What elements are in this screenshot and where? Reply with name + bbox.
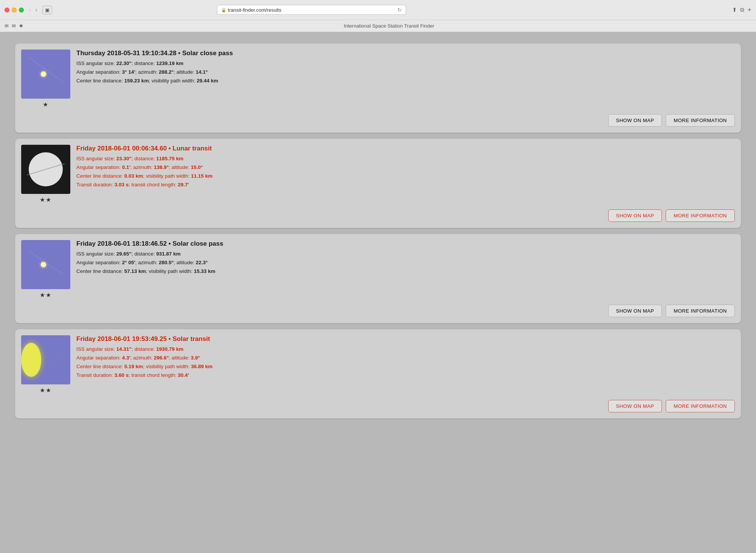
card-info-1: Thursday 2018-05-31 19:10:34.28 • Solar … (76, 50, 735, 85)
new-tab-button[interactable]: + (747, 6, 751, 14)
card-detail-2: ISS angular size: 23.30"; distance: 1185… (76, 155, 735, 189)
browser-tab-bar: ✉ ✉ ❖ International Space Station Transi… (0, 20, 756, 32)
stars-3: ★★ (40, 291, 52, 299)
more-information-button-2[interactable]: MORE INFORMATION (666, 209, 735, 222)
card-detail-3: ISS angular size: 29.65"; distance: 931.… (76, 250, 735, 276)
svg-line-1 (31, 59, 65, 84)
traffic-lights (5, 8, 24, 12)
show-on-map-button-4[interactable]: SHOW ON MAP (608, 400, 662, 412)
mail-icon-1[interactable]: ✉ (5, 23, 9, 29)
card-info-3: Friday 2018-06-01 18:18:46.52 • Solar cl… (76, 240, 735, 276)
address-bar[interactable]: 🔒 transit-finder.com/results ↻ (217, 5, 406, 15)
more-information-button-1[interactable]: MORE INFORMATION (666, 114, 735, 127)
iss-trajectory-3 (21, 240, 70, 289)
forward-button[interactable]: › (33, 6, 39, 14)
svg-line-4 (27, 249, 61, 272)
card-image-4 (21, 335, 70, 384)
more-information-button-3[interactable]: MORE INFORMATION (666, 305, 735, 317)
browser-chrome: ‹ › ▣ 🔒 transit-finder.com/results ↻ ⬆ ⧉… (0, 0, 756, 32)
stars-1: ★ (43, 101, 49, 108)
card-title-2: Friday 2018-06-01 00:06:34.60 • Lunar tr… (76, 145, 735, 152)
card-buttons-1: SHOW ON MAP MORE INFORMATION (21, 114, 735, 127)
card-detail-1: ISS angular size: 22.30"; distance: 1239… (76, 59, 735, 85)
card-title-4: Friday 2018-06-01 19:53:49.25 • Solar tr… (76, 335, 735, 343)
card-image-col-2: ★★ (21, 145, 70, 203)
maximize-window-button[interactable] (19, 8, 24, 12)
svg-line-5 (43, 355, 68, 364)
url-text: transit-finder.com/results (228, 7, 282, 13)
minimize-window-button[interactable] (12, 8, 17, 12)
card-image-col-3: ★★ (21, 240, 70, 299)
page-title: International Space Station Transit Find… (26, 23, 751, 29)
result-card-3: ★★ Friday 2018-06-01 18:18:46.52 • Solar… (15, 234, 741, 323)
svg-line-0 (29, 57, 63, 82)
iss-trajectory-1 (21, 50, 70, 99)
card-buttons-4: SHOW ON MAP MORE INFORMATION (21, 400, 735, 412)
tab-view-button[interactable]: ▣ (42, 6, 52, 14)
show-on-map-button-1[interactable]: SHOW ON MAP (608, 114, 662, 127)
card-top-3: ★★ Friday 2018-06-01 18:18:46.52 • Solar… (21, 240, 735, 299)
right-icons: ⬆ ⧉ (732, 6, 744, 13)
result-card-4: ★★ Friday 2018-06-01 19:53:49.25 • Solar… (15, 329, 741, 418)
show-on-map-button-3[interactable]: SHOW ON MAP (608, 305, 662, 317)
card-image-col-4: ★★ (21, 335, 70, 394)
card-image-3 (21, 240, 70, 289)
browser-toolbar: ‹ › ▣ 🔒 transit-finder.com/results ↻ ⬆ ⧉… (0, 0, 756, 20)
card-top-1: ★ Thursday 2018-05-31 19:10:34.28 • Sola… (21, 50, 735, 108)
svg-line-2 (27, 164, 65, 175)
share-button[interactable]: ⬆ (732, 6, 737, 13)
more-information-button-4[interactable]: MORE INFORMATION (666, 400, 735, 412)
card-detail-4: ISS angular size: 14.31"; distance: 1930… (76, 345, 735, 380)
reload-button[interactable]: ↻ (397, 7, 402, 13)
close-window-button[interactable] (5, 8, 9, 12)
result-card-1: ★ Thursday 2018-05-31 19:10:34.28 • Sola… (15, 43, 741, 133)
card-info-4: Friday 2018-06-01 19:53:49.25 • Solar tr… (76, 335, 735, 380)
card-buttons-3: SHOW ON MAP MORE INFORMATION (21, 305, 735, 317)
iss-trajectory-4 (41, 345, 70, 375)
card-title-1: Thursday 2018-05-31 19:10:34.28 • Solar … (76, 50, 735, 57)
card-title-3: Friday 2018-06-01 18:18:46.52 • Solar cl… (76, 240, 735, 248)
card-image-1 (21, 50, 70, 99)
main-content: ★ Thursday 2018-05-31 19:10:34.28 • Sola… (0, 32, 756, 553)
iss-trajectory-2 (21, 145, 70, 194)
card-info-2: Friday 2018-06-01 00:06:34.60 • Lunar tr… (76, 145, 735, 189)
svg-line-3 (29, 251, 63, 274)
card-buttons-2: SHOW ON MAP MORE INFORMATION (21, 209, 735, 222)
stars-2: ★★ (40, 196, 52, 203)
new-window-button[interactable]: ⧉ (740, 6, 744, 13)
show-on-map-button-2[interactable]: SHOW ON MAP (608, 209, 662, 222)
card-top-4: ★★ Friday 2018-06-01 19:53:49.25 • Solar… (21, 335, 735, 394)
bookmark-icon[interactable]: ❖ (19, 23, 23, 29)
back-button[interactable]: ‹ (27, 6, 33, 14)
card-image-2 (21, 145, 70, 194)
sun-large-4 (21, 343, 41, 377)
mail-icon-2[interactable]: ✉ (12, 23, 16, 29)
card-top-2: ★★ Friday 2018-06-01 00:06:34.60 • Lunar… (21, 145, 735, 203)
card-image-col-1: ★ (21, 50, 70, 108)
result-card-2: ★★ Friday 2018-06-01 00:06:34.60 • Lunar… (15, 139, 741, 228)
lock-icon: 🔒 (221, 8, 226, 12)
nav-buttons: ‹ › (27, 6, 39, 14)
stars-4: ★★ (40, 387, 52, 394)
